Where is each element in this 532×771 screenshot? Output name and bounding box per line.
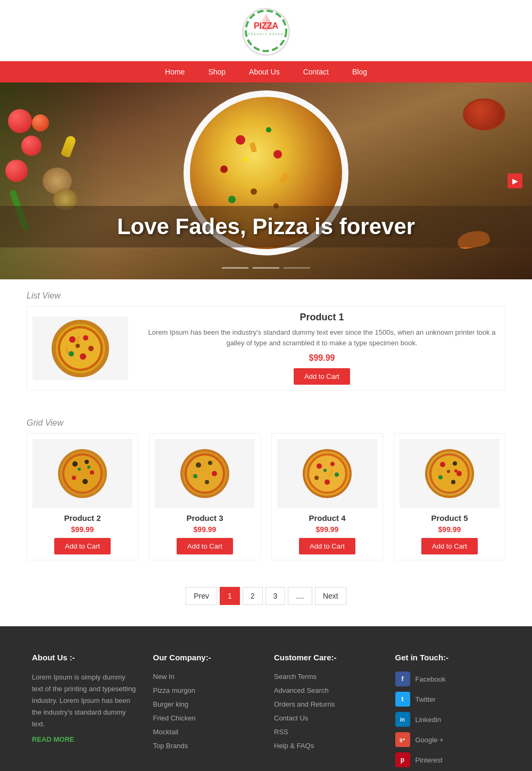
- svg-point-57: [451, 480, 455, 484]
- footer-company-links: New In Pizza murgon Burger king Fried Ch…: [153, 671, 259, 750]
- footer-social-pinterest[interactable]: p Pinterest: [395, 752, 501, 767]
- footer-get-in-touch-title: Get in Touch:-: [395, 653, 501, 662]
- list-product-1-price: $99.99: [144, 353, 500, 363]
- hero-next-arrow[interactable]: ▶: [508, 173, 522, 188]
- grid-product-3: Product 3 $99.99 Add to Cart: [149, 433, 261, 560]
- main-nav: Home Shop About Us Contact Blog: [0, 61, 532, 82]
- list-product-image: [32, 317, 128, 380]
- facebook-icon: f: [395, 671, 410, 686]
- footer-care-link-0[interactable]: Search Terms: [274, 673, 317, 681]
- nav-contact[interactable]: Contact: [292, 61, 340, 82]
- footer-about-text: Lorem Ipsum is simply dummy text of the …: [32, 671, 137, 730]
- footer-care-link-5[interactable]: Help & FAQs: [274, 742, 314, 750]
- list-product-1-desc: Lorem Ipsum has been the industry's stan…: [144, 327, 500, 348]
- grid-product-5-add-to-cart[interactable]: Add to Cart: [421, 538, 478, 554]
- footer-customer-care-title: Customer Care:-: [274, 653, 379, 662]
- logo-svg: PIZZA FREAHLY BAKED: [245, 10, 287, 52]
- footer: About Us :- Lorem Ipsum is simply dummy …: [0, 626, 532, 771]
- footer-care-link-1[interactable]: Advanced Search: [274, 686, 329, 694]
- grid-product-2-add-to-cart[interactable]: Add to Cart: [54, 538, 111, 554]
- grid-product-4-price: $99.99: [277, 525, 377, 534]
- grid-products-container: Product 2 $99.99 Add to Cart: [27, 433, 505, 560]
- svg-point-60: [454, 469, 458, 472]
- svg-point-24: [82, 479, 88, 484]
- svg-point-10: [83, 335, 88, 341]
- footer-social-facebook[interactable]: f Facebook: [395, 671, 501, 686]
- svg-point-55: [453, 461, 457, 466]
- page-3[interactable]: 3: [265, 587, 286, 605]
- google-icon: g+: [395, 732, 410, 747]
- grid-view-label: Grid View: [0, 407, 532, 433]
- page-2[interactable]: 2: [243, 587, 263, 605]
- grid-product-4: Product 4 $99.99 Add to Cart: [271, 433, 383, 560]
- list-product-1-info: Product 1 Lorem Ipsum has been the indus…: [144, 312, 500, 385]
- nav-home[interactable]: Home: [153, 61, 196, 82]
- footer-about-title: About Us :-: [32, 653, 137, 662]
- footer-social-twitter[interactable]: t Twitter: [395, 692, 501, 707]
- svg-point-11: [88, 346, 94, 351]
- footer-company-title: Our Company:-: [153, 653, 259, 662]
- pizza-image-2: [56, 447, 109, 500]
- footer-customer-care-links: Search Terms Advanced Search Orders and …: [274, 671, 379, 750]
- svg-point-12: [80, 353, 86, 360]
- svg-point-47: [314, 476, 319, 480]
- svg-point-36: [193, 474, 197, 478]
- logo-inner: PIZZA FREAHLY BAKED: [245, 10, 287, 54]
- twitter-icon: t: [395, 692, 410, 707]
- footer-company-link-0[interactable]: New In: [153, 673, 174, 681]
- list-product-1-add-to-cart[interactable]: Add to Cart: [294, 368, 350, 385]
- hero-title: Love Fades, Pizza is forever: [0, 214, 532, 239]
- svg-point-33: [208, 461, 212, 465]
- footer-social-google[interactable]: g+ Google +: [395, 732, 501, 747]
- grid-product-4-name: Product 4: [277, 513, 377, 523]
- svg-point-14: [76, 344, 80, 348]
- footer-company-link-4[interactable]: Mocktail: [153, 728, 179, 736]
- grid-view-section: Grid View: [0, 407, 532, 576]
- list-product-1-name: Product 1: [144, 312, 500, 323]
- footer-care-link-3[interactable]: Contact Us: [274, 714, 308, 722]
- svg-point-22: [85, 460, 89, 464]
- page-dots[interactable]: ....: [288, 587, 312, 605]
- footer-social-linkedin[interactable]: in Linkedin: [395, 712, 501, 727]
- footer-google-label: Google +: [415, 736, 444, 744]
- pizza-image-1: [51, 319, 110, 378]
- footer-about: About Us :- Lorem Ipsum is simply dummy …: [32, 653, 137, 771]
- grid-product-4-add-to-cart[interactable]: Add to Cart: [299, 538, 355, 554]
- pizza-image-3: [178, 447, 231, 500]
- page-prev[interactable]: Prev: [186, 587, 217, 605]
- svg-point-26: [78, 468, 81, 471]
- svg-point-20: [64, 455, 101, 492]
- footer-company-link-5[interactable]: Top Brands: [153, 742, 188, 750]
- footer-company-link-2[interactable]: Burger king: [153, 700, 188, 708]
- page-next[interactable]: Next: [315, 587, 346, 605]
- svg-point-48: [323, 469, 327, 472]
- pizza-image-5: [423, 447, 476, 500]
- grid-product-3-price: $99.99: [155, 525, 255, 534]
- footer-company-link-3[interactable]: Fried Chicken: [153, 714, 196, 722]
- grid-product-2-price: $99.99: [32, 525, 132, 534]
- footer-read-more[interactable]: READ MORE: [32, 735, 137, 743]
- footer-company-link-1[interactable]: Pizza murgon: [153, 686, 195, 694]
- svg-text:PIZZA: PIZZA: [254, 21, 279, 30]
- footer-care-link-4[interactable]: RSS: [274, 728, 288, 736]
- svg-text:FREAHLY BAKED: FREAHLY BAKED: [248, 32, 284, 36]
- nav-blog[interactable]: Blog: [340, 61, 379, 82]
- svg-point-13: [69, 351, 74, 357]
- svg-point-34: [212, 471, 217, 476]
- page-1[interactable]: 1: [220, 587, 240, 605]
- nav-shop[interactable]: Shop: [196, 61, 237, 82]
- footer-care-link-2[interactable]: Orders and Returns: [274, 700, 335, 708]
- svg-point-23: [90, 470, 94, 475]
- footer-facebook-label: Facebook: [415, 675, 446, 683]
- pizza-image-4: [301, 447, 354, 500]
- logo-container: PIZZA FREAHLY BAKED: [242, 8, 290, 56]
- svg-point-9: [69, 336, 76, 343]
- svg-point-27: [87, 466, 90, 469]
- nav-about[interactable]: About Us: [237, 61, 292, 82]
- footer-pinterest-label: Pinterest: [415, 756, 443, 764]
- pagination: Prev 1 2 3 .... Next: [0, 576, 532, 626]
- pinterest-icon: p: [395, 752, 410, 767]
- svg-point-46: [325, 479, 330, 485]
- grid-product-3-add-to-cart[interactable]: Add to Cart: [177, 538, 233, 554]
- svg-point-53: [431, 455, 468, 492]
